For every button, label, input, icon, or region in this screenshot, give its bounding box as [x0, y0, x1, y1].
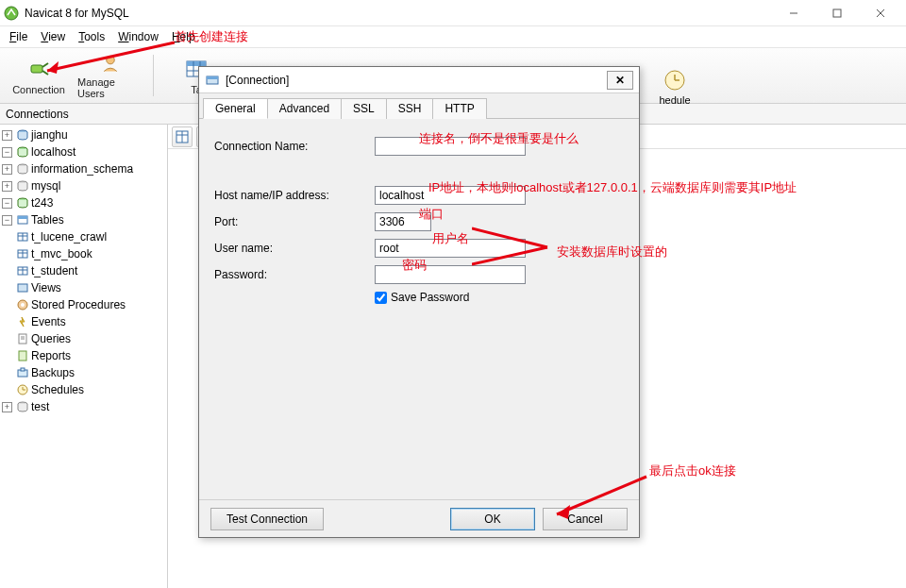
close-button[interactable] — [859, 0, 902, 26]
tree-item-label[interactable]: test — [31, 400, 49, 413]
tree-item-label[interactable]: Views — [31, 281, 61, 294]
tree-item-label[interactable]: Queries — [31, 332, 71, 345]
menu-file[interactable]: File — [4, 28, 33, 45]
svg-rect-5 — [31, 65, 42, 73]
label-port: Port: — [214, 215, 375, 228]
svg-rect-33 — [18, 284, 27, 292]
tree-toggle[interactable]: + — [2, 164, 12, 175]
svg-rect-41 — [21, 368, 25, 371]
database-open-icon — [16, 196, 29, 210]
window-titlebar: Navicat 8 for MySQL — [0, 0, 906, 26]
svg-line-6 — [42, 63, 48, 67]
toolbar-manage-users-label: Manage Users — [77, 76, 143, 99]
object-tool-1[interactable] — [172, 126, 193, 147]
tree-item-label[interactable]: t_mvc_book — [31, 247, 92, 260]
schedules-icon — [16, 383, 29, 396]
input-connection-name[interactable] — [375, 137, 526, 156]
user-icon — [97, 52, 124, 75]
input-port[interactable] — [375, 212, 431, 231]
dialog-tabs: General Advanced SSL SSH HTTP — [199, 93, 639, 119]
database-icon — [16, 179, 29, 193]
toolbar-connection-label: Connection — [12, 84, 65, 95]
label-user: User name: — [214, 242, 375, 255]
sproc-icon — [16, 298, 29, 311]
backups-icon — [16, 366, 29, 379]
input-user[interactable] — [375, 239, 526, 258]
menu-tools[interactable]: Tools — [73, 28, 110, 45]
connection-tree[interactable]: +jianghu −localhost +information_schema … — [0, 125, 168, 588]
grid-icon — [176, 130, 189, 143]
menu-window[interactable]: Window — [112, 28, 164, 45]
tree-toggle[interactable]: − — [2, 215, 12, 226]
tree-item-label[interactable]: t_student — [31, 264, 77, 277]
tree-item-label[interactable]: Events — [31, 315, 66, 328]
navicat-logo-icon — [4, 6, 19, 21]
tree-item-label[interactable]: Tables — [31, 213, 64, 227]
tree-item-label[interactable]: jianghu — [31, 128, 68, 142]
toolbar-schedule-partial: hedule — [642, 60, 708, 113]
database-icon — [16, 400, 29, 413]
dialog-body: Connection Name: Host name/IP address: P… — [199, 119, 639, 499]
tree-toggle[interactable]: − — [2, 198, 12, 209]
tree-item-label[interactable]: t243 — [31, 196, 53, 210]
svg-point-35 — [21, 303, 25, 307]
svg-point-8 — [107, 56, 115, 64]
svg-line-7 — [42, 71, 48, 75]
tables-folder-icon — [16, 213, 29, 227]
svg-rect-39 — [19, 351, 26, 361]
dialog-close-button[interactable]: ✕ — [607, 71, 633, 90]
tree-item-label[interactable]: localhost — [31, 145, 76, 159]
tree-item-label[interactable]: mysql — [31, 179, 60, 193]
events-icon — [16, 315, 29, 328]
menu-view[interactable]: View — [35, 28, 71, 45]
ok-button[interactable]: OK — [450, 508, 535, 530]
toolbar-manage-users-button[interactable]: Manage Users — [77, 52, 143, 99]
connections-pane-header: Connections — [0, 104, 168, 125]
checkbox-save-password[interactable] — [375, 292, 387, 304]
table-icon — [16, 247, 29, 260]
toolbar-separator — [153, 55, 154, 96]
tree-toggle[interactable]: + — [2, 181, 12, 192]
tab-general[interactable]: General — [203, 98, 268, 119]
connection-dialog-icon — [205, 73, 220, 88]
menu-help[interactable]: Help — [166, 28, 201, 45]
db-server-icon — [16, 128, 29, 142]
tree-toggle[interactable]: + — [2, 130, 12, 141]
tree-toggle[interactable]: − — [2, 147, 12, 158]
connections-pane-title: Connections — [6, 108, 69, 121]
db-server-open-icon — [16, 145, 29, 159]
svg-rect-23 — [18, 216, 27, 219]
tree-item-label[interactable]: Schedules — [31, 383, 84, 396]
tree-item-label[interactable]: Stored Procedures — [31, 298, 126, 311]
tab-http[interactable]: HTTP — [432, 98, 486, 119]
tab-ssl[interactable]: SSL — [341, 98, 387, 119]
views-icon — [16, 281, 29, 294]
window-title: Navicat 8 for MySQL — [25, 7, 772, 20]
tree-toggle[interactable]: + — [2, 402, 12, 412]
cancel-button[interactable]: Cancel — [543, 508, 628, 530]
database-icon — [16, 162, 29, 176]
maximize-button[interactable] — [815, 0, 859, 26]
test-connection-button[interactable]: Test Connection — [210, 508, 324, 530]
tab-ssh[interactable]: SSH — [386, 98, 434, 119]
dialog-footer: Test Connection OK Cancel — [199, 499, 639, 537]
clock-icon — [663, 68, 687, 92]
label-connection-name: Connection Name: — [214, 140, 375, 153]
input-password[interactable] — [375, 265, 526, 284]
label-host: Host name/IP address: — [214, 189, 375, 202]
tree-item-label[interactable]: Backups — [31, 366, 75, 379]
menubar: File View Tools Window Help — [0, 26, 906, 47]
tree-item-label[interactable]: information_schema — [31, 162, 133, 176]
toolbar-connection-button[interactable]: Connection — [6, 52, 72, 99]
label-password: Password: — [214, 268, 375, 281]
tree-item-label[interactable]: Reports — [31, 349, 71, 362]
minimize-button[interactable] — [772, 0, 815, 26]
dialog-title: [Connection] — [226, 74, 607, 87]
input-host[interactable] — [375, 186, 526, 205]
svg-rect-2 — [833, 9, 841, 17]
reports-icon — [16, 349, 29, 362]
connection-dialog: [Connection] ✕ General Advanced SSL SSH … — [198, 66, 640, 538]
tree-item-label[interactable]: t_lucene_crawl — [31, 230, 107, 244]
table-icon — [16, 230, 29, 244]
tab-advanced[interactable]: Advanced — [267, 98, 342, 119]
